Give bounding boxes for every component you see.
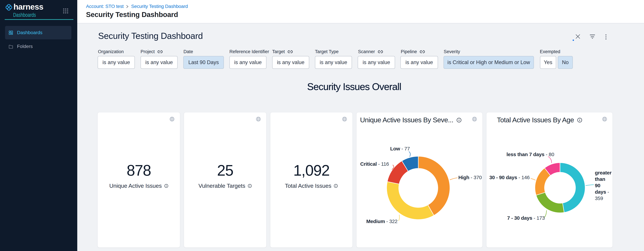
svg-text:High - 370: High - 370: [458, 175, 482, 180]
svg-text:greater: greater: [595, 170, 612, 176]
svg-text:less than 7 days - 80: less than 7 days - 80: [506, 152, 554, 157]
svg-text:Medium - 322: Medium - 322: [366, 219, 398, 224]
svg-text:Low - 77: Low - 77: [390, 146, 410, 151]
svg-text:90: 90: [595, 183, 600, 188]
svg-text:Critical - 116: Critical - 116: [360, 161, 389, 167]
svg-text:359: 359: [595, 196, 603, 201]
svg-text:7 - 30 days - 173: 7 - 30 days - 173: [507, 215, 545, 221]
svg-text:30 - 90 days - 146: 30 - 90 days - 146: [489, 175, 530, 180]
svg-text:days -: days -: [595, 189, 609, 195]
svg-text:than: than: [595, 176, 605, 182]
